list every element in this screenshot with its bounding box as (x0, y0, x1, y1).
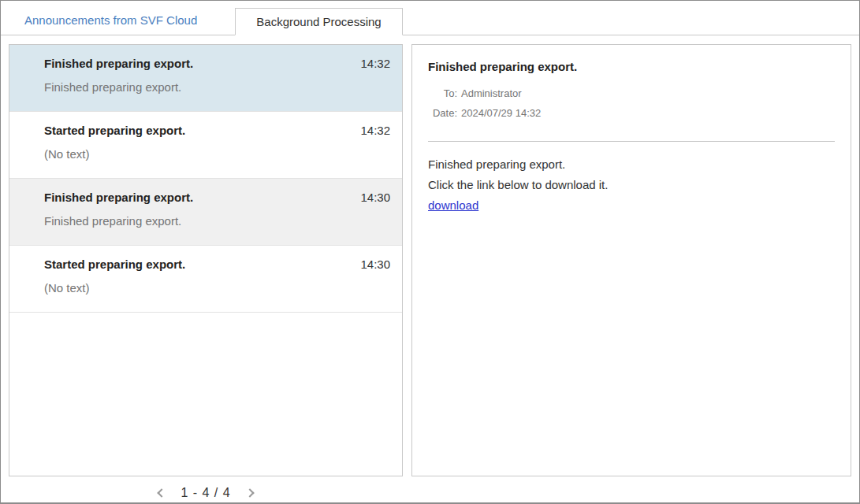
list-item[interactable]: Started preparing export. 14:30 (No text… (9, 246, 402, 313)
list-item-preview: Finished preparing export. (44, 214, 390, 228)
list-item[interactable]: Finished preparing export. 14:30 Finishe… (9, 179, 402, 246)
chevron-right-icon (245, 488, 254, 497)
list-item-preview: (No text) (44, 281, 390, 295)
notifications-window: Announcements from SVF Cloud Background … (0, 0, 860, 504)
list-item-time: 14:30 (360, 191, 390, 204)
tab-announcements[interactable]: Announcements from SVF Cloud (9, 7, 213, 35)
list-item-preview: Finished preparing export. (44, 80, 390, 94)
detail-to-value: Administrator (461, 83, 522, 103)
detail-to-row: To: Administrator (428, 83, 835, 103)
page-range-label: 1 - 4 / 4 (181, 486, 230, 500)
list-item-title: Finished preparing export. (44, 57, 193, 70)
list-item-time: 14:32 (360, 124, 390, 137)
list-item-title: Finished preparing export. (44, 191, 193, 204)
detail-date-label: Date: (428, 103, 457, 123)
notification-list: Finished preparing export. 14:32 Finishe… (9, 44, 403, 476)
detail-body-line: Finished preparing export. (428, 154, 835, 175)
detail-date-value: 2024/07/29 14:32 (461, 103, 541, 123)
list-item[interactable]: Finished preparing export. 14:32 Finishe… (9, 45, 402, 112)
detail-meta: To: Administrator Date: 2024/07/29 14:32 (428, 83, 835, 123)
list-item-head: Started preparing export. 14:32 (44, 124, 390, 137)
list-item-title: Started preparing export. (44, 124, 185, 137)
detail-date-row: Date: 2024/07/29 14:32 (428, 103, 835, 123)
list-item-head: Started preparing export. 14:30 (44, 258, 390, 271)
detail-body: Finished preparing export. Click the lin… (428, 154, 835, 216)
list-item-head: Finished preparing export. 14:32 (44, 57, 390, 70)
pagination: 1 - 4 / 4 (9, 481, 403, 504)
chevron-left-icon (157, 488, 166, 497)
download-link[interactable]: download (428, 195, 478, 216)
detail-title: Finished preparing export. (428, 60, 835, 73)
prev-page-button[interactable] (154, 487, 166, 499)
detail-to-label: To: (428, 83, 457, 103)
list-item-head: Finished preparing export. 14:30 (44, 191, 390, 204)
detail-divider (428, 141, 835, 142)
list-item-time: 14:30 (360, 258, 390, 271)
detail-body-line: Click the link below to download it. (428, 175, 835, 195)
tab-background-processing[interactable]: Background Processing (235, 8, 402, 35)
list-item-title: Started preparing export. (44, 258, 185, 271)
list-item-preview: (No text) (44, 147, 390, 161)
list-item[interactable]: Started preparing export. 14:32 (No text… (9, 112, 402, 179)
main-area: Finished preparing export. 14:32 Finishe… (1, 35, 859, 476)
notification-detail: Finished preparing export. To: Administr… (411, 44, 851, 476)
list-item-time: 14:32 (360, 57, 390, 70)
tab-bar: Announcements from SVF Cloud Background … (1, 1, 859, 35)
next-page-button[interactable] (245, 487, 258, 499)
